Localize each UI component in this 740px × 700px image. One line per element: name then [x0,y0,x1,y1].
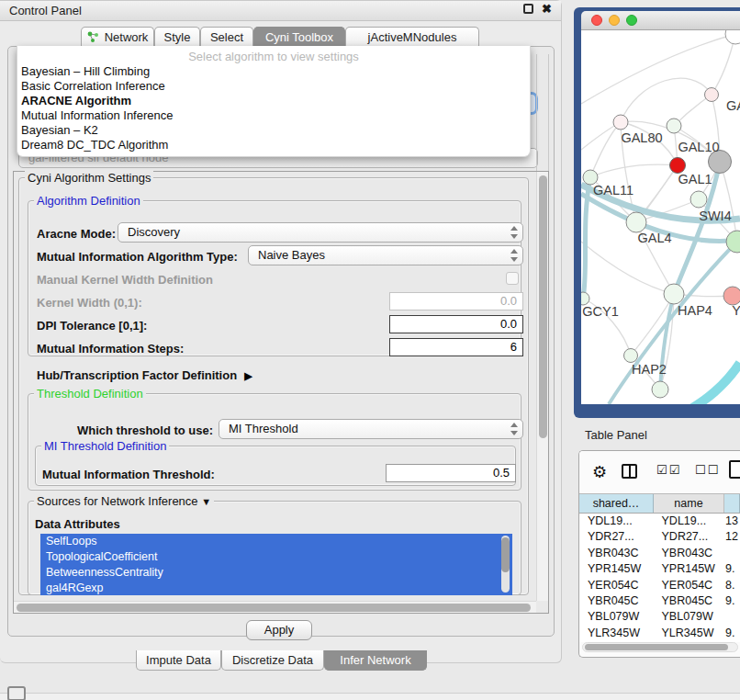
menu-item[interactable]: Bayesian – Hill Climbing [17,64,530,79]
settings-horizontal-scrollbar[interactable] [14,601,536,613]
data-attributes-list[interactable]: SelfLoops TopologicalCoefficient Between… [40,534,512,595]
aracne-mode-combo[interactable]: Discovery [118,222,523,243]
network-window-titlebar [581,11,740,30]
node-hap2[interactable] [624,349,638,363]
node-partial-bottom[interactable] [652,381,668,398]
table-row[interactable]: YLR345W YLR345W 9. [579,626,740,641]
node-gal-partial[interactable] [705,88,719,102]
table-row[interactable]: YDL19... YDL19... 13 [579,514,740,529]
node-gal1[interactable] [670,158,686,174]
list-item[interactable]: BetweennessCentrality [40,565,512,581]
table-row[interactable]: YBR045C YBR045C 9. [579,593,740,609]
node-label: SWI4 [699,209,731,223]
node-gal4[interactable] [626,212,646,232]
gear-icon[interactable]: ⚙ [592,462,607,482]
zoom-window-icon[interactable] [626,15,637,26]
node-label: GAL10 [678,140,719,154]
node-partial-top[interactable] [725,30,740,44]
which-threshold-combo[interactable]: MI Threshold [219,419,523,439]
mi-threshold-definition-title: MI Threshold Definition [41,439,169,453]
tab-select[interactable]: Select [200,27,253,47]
tab-impute-data[interactable]: Impute Data [136,650,221,671]
tab-jactivemnodules[interactable]: jActiveMNodules [345,27,479,47]
table-header-row: shared… name [579,493,740,514]
node-label: GAL80 [621,130,662,145]
node-label: GAL4 [637,231,671,245]
close-window-icon[interactable] [591,15,602,26]
node-label: GAL1 [678,172,712,186]
table-horizontal-scrollbar[interactable] [582,642,738,652]
cyni-algorithm-settings-title: Cyni Algorithm Settings [25,171,153,185]
network-icon [87,31,100,43]
menu-item[interactable]: Bayesian – K2 [17,123,530,138]
control-panel-titlebar: Control Panel ✖ [0,1,561,21]
column-header-partial[interactable] [724,494,740,513]
node-swi4[interactable] [690,191,707,208]
unchecked-boxes-icon[interactable]: ☐☐ [695,463,720,477]
table-panel-window: ⚙ ☑☑ ☐☐ shared… name YDL19... YDL19... 1… [578,450,740,658]
mi-algorithm-type-label: Mutual Information Algorithm Type: [37,250,238,264]
node-gcy1[interactable] [581,292,589,305]
checked-boxes-icon[interactable]: ☑☑ [656,463,681,477]
panel-edge-line [548,54,549,171]
tab-network-label: Network [105,30,149,44]
tab-discretize-data[interactable]: Discretize Data [221,650,324,671]
menu-item[interactable]: Dream8 DC_TDC Algorithm [17,138,530,152]
menu-item[interactable]: Mutual Information Inference [17,108,530,123]
page-icon[interactable] [729,460,740,479]
columns-icon[interactable] [622,464,637,479]
menu-item[interactable]: Basic Correlation Inference [17,79,530,94]
stepper-icon [510,423,518,435]
list-item[interactable]: SelfLoops [40,534,512,549]
bottom-strip [0,694,740,700]
kernel-width-field[interactable]: 0.0 [389,292,523,310]
network-canvas[interactable]: GAL GAL80 GAL10 GAL1 GAL11 SWI4 GAL4 GCY… [581,30,740,404]
node-label: GAL [726,98,740,113]
mi-algorithm-type-combo[interactable]: Naive Bayes [248,245,523,265]
table-row[interactable]: YBL079W YBL079W [579,609,740,625]
which-threshold-label: Which threshold to use: [77,423,213,437]
control-panel-title: Control Panel [0,4,82,17]
list-item[interactable]: gal4RGexp [40,581,512,595]
bottom-left-mini-button[interactable] [7,686,26,700]
list-item[interactable]: TopologicalCoefficient [40,549,512,565]
tab-cyni-toolbox[interactable]: Cyni Toolbox [253,27,345,47]
table-body[interactable]: YDL19... YDL19... 13 YDR27... YDR27... 1… [579,514,740,642]
chevron-down-icon: ▼ [201,496,211,507]
float-panel-icon[interactable] [523,4,533,14]
node-gal80[interactable] [613,115,628,130]
dpi-tolerance-field[interactable]: 0.0 [389,315,523,333]
settings-vertical-scrollbar[interactable] [536,172,548,601]
column-header-shared-name[interactable]: shared… [579,494,654,513]
attributes-scrollbar[interactable] [501,536,510,593]
node-hap4[interactable] [664,284,684,304]
column-header-name[interactable]: name [654,494,724,513]
node-label: HAP4 [678,303,712,318]
algorithm-definition-title: Algorithm Definition [34,194,143,208]
mi-steps-label: Mutual Information Steps: [37,342,184,356]
algorithm-prompt: Select algorithm to view settings [17,49,530,64]
node-gal10[interactable] [667,119,681,133]
tab-infer-network[interactable]: Infer Network [324,650,427,671]
aracne-mode-label: Aracne Mode: [37,227,116,241]
mi-threshold-label: Mutual Information Threshold: [42,468,215,481]
table-row[interactable]: YDR27... YDR27... 12 [579,529,740,545]
table-row[interactable]: YBR043C YBR043C [579,546,740,561]
tab-network[interactable]: Network [81,27,154,47]
manual-kernel-width-checkbox[interactable] [506,272,519,285]
apply-button[interactable]: Apply [246,620,312,640]
node-salmon[interactable] [723,287,740,305]
tab-style[interactable]: Style [154,27,200,47]
table-row[interactable]: YPR145W YPR145W 9. [579,561,740,577]
table-row[interactable]: YER054C YER054C 8. [579,578,740,593]
node-label: GAL11 [593,183,633,198]
algorithm-dropdown-popup: Select algorithm to view settings Bayesi… [17,46,531,157]
close-panel-icon[interactable]: ✖ [542,4,552,14]
mi-steps-field[interactable]: 6 [389,338,523,356]
node-label: GCY1 [582,304,619,319]
minimize-window-icon[interactable] [609,15,620,26]
sources-title[interactable]: Sources for Network Inference ▼ [34,494,214,508]
menu-item-selected[interactable]: ARACNE Algorithm [17,94,530,108]
mi-threshold-field[interactable]: 0.5 [386,464,516,482]
hub-definition-toggle[interactable]: Hub/Transcription Factor Definition▶ [37,368,252,382]
